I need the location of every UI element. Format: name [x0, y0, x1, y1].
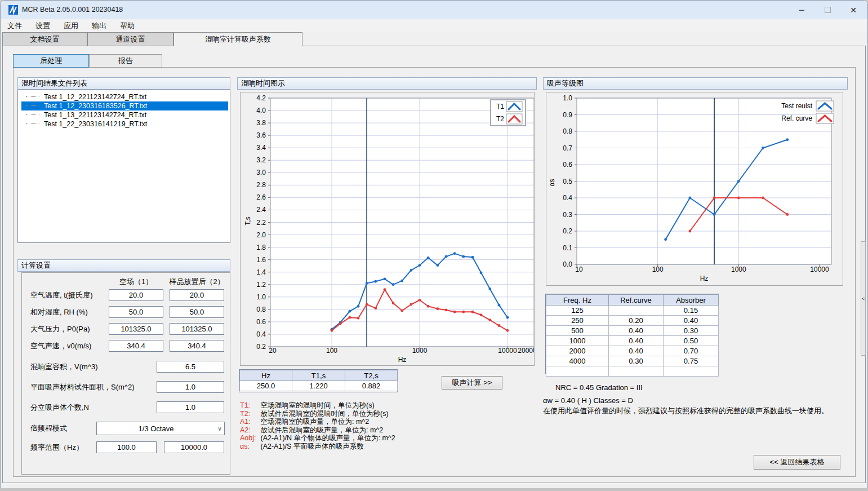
- app-window: MCR Beta 2.05.0.001 20230418 ─ ✕ 文件设置应用输…: [0, 0, 868, 489]
- menu-item-0[interactable]: 文件: [1, 20, 29, 32]
- octave-mode-combo[interactable]: 1/3 Octave ∨: [96, 422, 225, 435]
- panel-splitter-handle[interactable]: <: [861, 241, 866, 356]
- note-text: (A2-A1)/N 单个物体的吸声量，单位为: m^2: [259, 434, 395, 442]
- menu-item-3[interactable]: 输出: [85, 20, 113, 32]
- table-row: 5000.400.30: [546, 326, 719, 336]
- calc-row-label-3: 空气声速，v0(m/s): [30, 341, 91, 351]
- main-tab-0[interactable]: 文档设置: [2, 32, 87, 46]
- file-list-header: 混时间结果文件列表: [17, 77, 230, 90]
- table-row: 2500.200.40: [546, 316, 719, 326]
- table-cell: 0.40: [609, 326, 664, 336]
- svg-text:3.6: 3.6: [256, 131, 266, 139]
- table-cell: 250.0: [240, 381, 292, 391]
- svg-text:0.1: 0.1: [563, 244, 572, 252]
- note-line-4: Aobj: (A2-A1)/N 单个物体的吸声量，单位为: m^2: [240, 434, 395, 443]
- absorption-grade-chart: 0.00.10.20.30.40.50.60.70.80.91.01010010…: [546, 92, 843, 285]
- file-name: Test 1_22_230316141219_RT.txt: [44, 120, 147, 128]
- main-tab-2[interactable]: 混响室计算吸声系数: [173, 32, 302, 46]
- table-cell: 1.220: [292, 381, 345, 391]
- table-cell: [609, 306, 664, 316]
- svg-text:0.5: 0.5: [563, 178, 572, 185]
- svg-text:Hz: Hz: [398, 356, 407, 364]
- sub-tab-0[interactable]: 后处理: [13, 54, 89, 68]
- sub-tab-1[interactable]: 报告: [89, 54, 162, 68]
- freq-max-input[interactable]: [164, 441, 224, 453]
- note-line-5: αs: (A2-A1)/S 平面吸声体的吸声系数: [240, 443, 395, 451]
- table-cell: [609, 366, 664, 377]
- file-list-item-0[interactable]: Test 1_12_221123142724_RT.txt: [21, 92, 228, 101]
- table-cell: 0.70: [664, 346, 719, 356]
- column-header: Freq. Hz: [546, 295, 609, 306]
- svg-text:0.8: 0.8: [563, 127, 572, 135]
- calc-row-label-1: 相对湿度, RH (%): [30, 307, 88, 317]
- calc-row-label-2: 大气压力，P0(Pa): [30, 324, 90, 334]
- app-icon: [8, 5, 18, 15]
- menu-item-4[interactable]: 帮助: [113, 20, 141, 32]
- menu-bar: 文件设置应用输出帮助: [1, 19, 867, 32]
- calc-field-input-2[interactable]: [109, 323, 163, 335]
- title-bar: MCR Beta 2.05.0.001 20230418 ─ ✕: [1, 1, 867, 19]
- calc-field-input-0[interactable]: [109, 289, 163, 301]
- octave-mode-label: 倍频程模式: [30, 423, 67, 434]
- calc-field-input-1[interactable]: [109, 306, 163, 318]
- rt-time-chart: 0.20.40.60.81.01.21.41.61.82.02.22.42.62…: [241, 92, 534, 365]
- back-to-results-button[interactable]: << 返回结果表格: [754, 455, 840, 470]
- freq-min-input[interactable]: [96, 441, 157, 453]
- calc-sample-input-3[interactable]: [170, 340, 224, 352]
- svg-text:3.2: 3.2: [256, 156, 266, 164]
- svg-text:0.4: 0.4: [256, 330, 266, 338]
- calc-single-input-2[interactable]: [157, 401, 224, 413]
- table-cell: 250: [546, 316, 609, 326]
- svg-text:10000: 10000: [498, 347, 517, 355]
- minimize-button[interactable]: ─: [789, 1, 814, 19]
- svg-text:1000: 1000: [731, 266, 746, 273]
- svg-text:1.4: 1.4: [256, 268, 266, 276]
- svg-text:0.2: 0.2: [563, 227, 572, 235]
- file-name: Test 1_12_230316183526_RT.txt: [44, 102, 147, 110]
- file-list-item-2[interactable]: Test 1_13_221123142724_RT.txt: [21, 110, 228, 120]
- svg-text:2.6: 2.6: [256, 193, 266, 201]
- note-text: (A2-A1)/S 平面吸声体的吸声系数: [259, 443, 364, 450]
- calc-field-input-3[interactable]: [109, 340, 163, 352]
- svg-text:1.0: 1.0: [563, 94, 572, 102]
- table-cell: 0.50: [664, 336, 719, 346]
- menu-item-2[interactable]: 应用: [57, 20, 85, 32]
- rt-chart-header: 混响时间图示: [237, 77, 537, 90]
- calc-sample-input-2[interactable]: [170, 323, 224, 335]
- file-list-item-3[interactable]: Test 1_22_230316141219_RT.txt: [21, 120, 228, 129]
- note-key: A2:: [240, 426, 259, 435]
- svg-text:Hz: Hz: [700, 275, 709, 282]
- grade-table-box: Freq. HzRef.curveAbsorber1250.152500.200…: [545, 294, 719, 374]
- calc-single-label-2: 分立吸声体个数,N: [30, 402, 89, 413]
- menu-item-1[interactable]: 设置: [29, 20, 57, 32]
- file-name: Test 1_13_221123142724_RT.txt: [44, 111, 146, 119]
- svg-text:1.8: 1.8: [256, 244, 266, 251]
- column-header: T2,s: [345, 370, 398, 381]
- svg-text:100: 100: [326, 347, 337, 355]
- file-list-item-1[interactable]: Test 1_12_230316183526_RT.txt: [21, 101, 228, 110]
- freq-range-label: 频率范围（Hz）: [30, 443, 83, 453]
- main-tab-1[interactable]: 通道设置: [87, 32, 173, 46]
- calc-row-label-0: 空气温度, t(摄氏度): [30, 290, 93, 300]
- note-text: 空场混响室的混响时间，单位为秒(s): [259, 401, 375, 409]
- calc-single-input-1[interactable]: [157, 381, 224, 393]
- maximize-icon: [825, 7, 831, 13]
- table-cell: 4000: [546, 356, 609, 366]
- svg-text:20: 20: [269, 347, 277, 355]
- svg-text:1.6: 1.6: [256, 256, 266, 264]
- svg-text:T1: T1: [496, 103, 504, 110]
- table-cell: 2000: [546, 346, 609, 356]
- svg-text:3.4: 3.4: [256, 144, 266, 152]
- calc-sample-input-0[interactable]: [170, 289, 224, 301]
- note-text: 放试件后混响室的吸声量，单位为: m^2: [259, 426, 383, 434]
- maximize-button[interactable]: [814, 1, 840, 19]
- close-button[interactable]: ✕: [840, 1, 866, 19]
- calc-sample-input-1[interactable]: [170, 306, 224, 318]
- aw-result: αw = 0.40 ( H ) Classes = D: [543, 396, 633, 405]
- calc-single-input-0[interactable]: [157, 361, 224, 373]
- absorption-calc-button[interactable]: 吸声计算 >>: [442, 376, 502, 390]
- svg-text:20000: 20000: [518, 347, 534, 355]
- svg-text:1.0: 1.0: [256, 293, 266, 301]
- table-cell: 0.20: [609, 316, 664, 326]
- note-line-2: A1: 空场混响室的吸声量，单位为: m^2: [240, 418, 395, 426]
